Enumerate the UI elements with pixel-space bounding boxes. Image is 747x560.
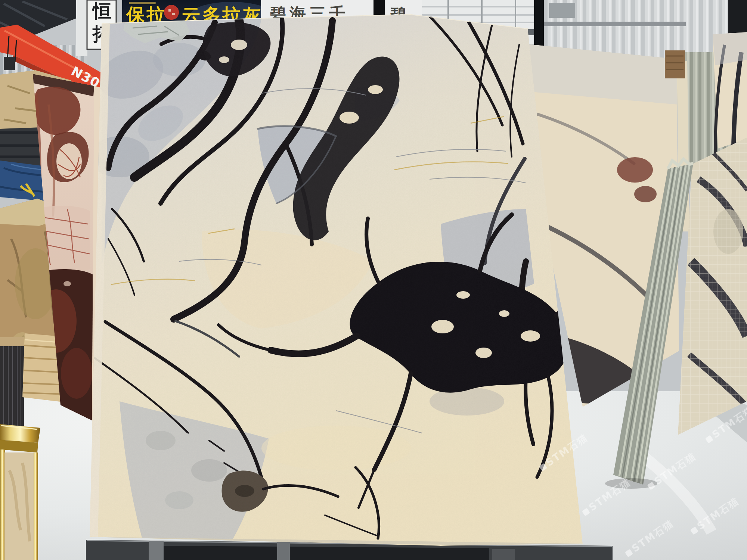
red-seal-mark <box>172 13 175 15</box>
stand-post-3 <box>492 549 515 560</box>
wall-box-grey <box>549 3 575 18</box>
door-frame-strip <box>76 0 87 56</box>
wall-beam-right <box>544 22 686 26</box>
stand-post-2 <box>277 542 290 560</box>
red-seal-mark <box>168 9 171 12</box>
marble-warehouse-photo: N30 恒 拓 保拉 云多拉灰 碧海三千 碧 <box>0 0 747 560</box>
crane-hook-block <box>4 57 15 70</box>
sign-hengtuo-char-1: 恒 <box>92 0 111 22</box>
stand-post-1 <box>149 541 164 560</box>
red-seal-icon <box>164 5 179 20</box>
stacked-slabs-left <box>0 337 24 429</box>
main-slab-grain <box>86 11 586 549</box>
main-slab <box>86 11 589 549</box>
wooden-block <box>665 50 685 78</box>
brass-pedestal <box>0 424 40 560</box>
second-slab-red-patch <box>617 157 653 183</box>
